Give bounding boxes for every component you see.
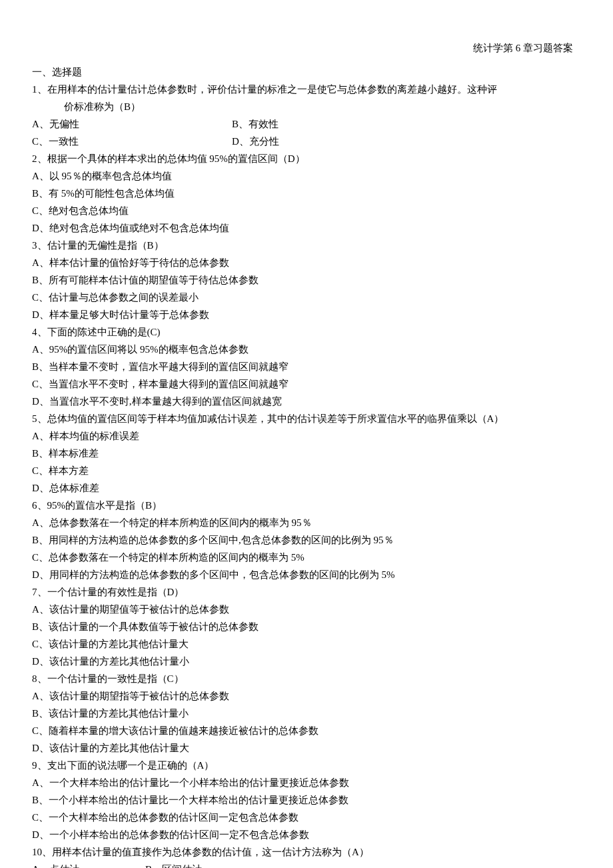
option-item: A、该估计量的期望值等于被估计的总体参数: [32, 601, 586, 617]
option-item: A、样本均值的标准误差: [32, 428, 586, 444]
option-item: A、以 95％的概率包含总体均值: [32, 168, 586, 184]
option-item: A、该估计量的期望指等于被估计的总体参数: [32, 688, 586, 704]
option-item: B、当样本量不变时，置信水平越大得到的置信区间就越窄: [32, 359, 586, 375]
option-item: D、该估计量的方差比其他估计量小: [32, 653, 586, 669]
option-item: B、用同样的方法构造的总体参数的多个区间中,包含总体参数的区间的比例为 95％: [32, 532, 586, 548]
option-item: D、一个小样本给出的总体参数的估计区间一定不包含总体参数: [32, 827, 586, 843]
option-item: C、当置信水平不变时，样本量越大得到的置信区间就越窄: [32, 376, 586, 392]
question-stem: 7、一个估计量的有效性是指（D）: [32, 584, 586, 600]
option-left: A、点估计: [32, 861, 145, 868]
option-item: D、当置信水平不变时,样本量越大得到的置信区间就越宽: [32, 393, 586, 409]
option-right: B、区间估计: [145, 861, 202, 868]
option-item: D、绝对包含总体均值或绝对不包含总体均值: [32, 220, 586, 236]
question-stem: 8、一个估计量的一致性是指（C）: [32, 671, 586, 687]
option-item: C、随着样本量的增大该估计量的值越来越接近被估计的总体参数: [32, 723, 586, 739]
option-item: B、样本标准差: [32, 445, 586, 461]
option-item: A、一个大样本给出的估计量比一个小样本给出的估计量更接近总体参数: [32, 775, 586, 791]
content-area: 一、选择题 1、在用样本的估计量估计总体参数时，评价估计量的标准之一是使它与总体…: [27, 64, 586, 868]
option-row: A、点估计B、区间估计: [32, 861, 586, 868]
option-item: C、估计量与总体参数之间的误差最小: [32, 289, 586, 305]
question-stem-cont: 价标准称为（B）: [32, 99, 586, 115]
option-item: A、样本估计量的值恰好等于待估的总体参数: [32, 255, 586, 271]
option-left: C、一致性: [32, 133, 232, 149]
page-header: 统计学第 6 章习题答案: [27, 40, 586, 56]
option-item: B、一个小样本给出的估计量比一个大样本给出的估计量更接近总体参数: [32, 792, 586, 808]
question-stem: 3、估计量的无偏性是指（B）: [32, 237, 586, 253]
option-item: D、总体标准差: [32, 480, 586, 496]
option-right: D、充分性: [232, 133, 279, 149]
option-item: D、样本量足够大时估计量等于总体参数: [32, 307, 586, 323]
question-stem: 1、在用样本的估计量估计总体参数时，评价估计量的标准之一是使它与总体参数的离差越…: [32, 81, 586, 97]
option-item: B、所有可能样本估计值的期望值等于待估总体参数: [32, 272, 586, 288]
option-row: C、一致性D、充分性: [32, 133, 586, 149]
header-text: 统计学第 6 章习题答案: [473, 43, 573, 53]
question-stem: 5、总体均值的置信区间等于样本均值加减估计误差，其中的估计误差等于所求置信水平的…: [32, 411, 586, 427]
option-item: D、用同样的方法构造的总体参数的多个区间中，包含总体参数的区间的比例为 5%: [32, 567, 586, 583]
question-stem: 2、根据一个具体的样本求出的总体均值 95%的置信区间（D）: [32, 151, 586, 167]
option-item: C、样本方差: [32, 463, 586, 479]
option-item: C、绝对包含总体均值: [32, 203, 586, 219]
option-item: C、总体参数落在一个特定的样本所构造的区间内的概率为 5%: [32, 549, 586, 565]
option-item: B、该估计量的一个具体数值等于被估计的总体参数: [32, 619, 586, 635]
option-left: A、无偏性: [32, 116, 232, 132]
option-item: C、一个大样本给出的总体参数的估计区间一定包含总体参数: [32, 809, 586, 825]
option-right: B、有效性: [232, 116, 279, 132]
section-title: 一、选择题: [32, 64, 586, 80]
question-stem: 10、用样本估计量的值直接作为总体参数的估计值，这一估计方法称为（A）: [32, 844, 586, 860]
option-item: B、有 5%的可能性包含总体均值: [32, 185, 586, 201]
question-stem: 6、95%的置信水平是指（B）: [32, 497, 586, 513]
option-item: B、该估计量的方差比其他估计量小: [32, 705, 586, 721]
question-list: 1、在用样本的估计量估计总体参数时，评价估计量的标准之一是使它与总体参数的离差越…: [32, 81, 586, 868]
option-item: A、95%的置信区间将以 95%的概率包含总体参数: [32, 341, 586, 357]
option-row: A、无偏性B、有效性: [32, 116, 586, 132]
option-item: C、该估计量的方差比其他估计量大: [32, 636, 586, 652]
question-stem: 9、支出下面的说法哪一个是正确的（A）: [32, 757, 586, 773]
option-item: A、总体参数落在一个特定的样本所构造的区间内的概率为 95％: [32, 515, 586, 531]
option-item: D、该估计量的方差比其他估计量大: [32, 740, 586, 756]
question-stem: 4、下面的陈述中正确的是(C): [32, 324, 586, 340]
